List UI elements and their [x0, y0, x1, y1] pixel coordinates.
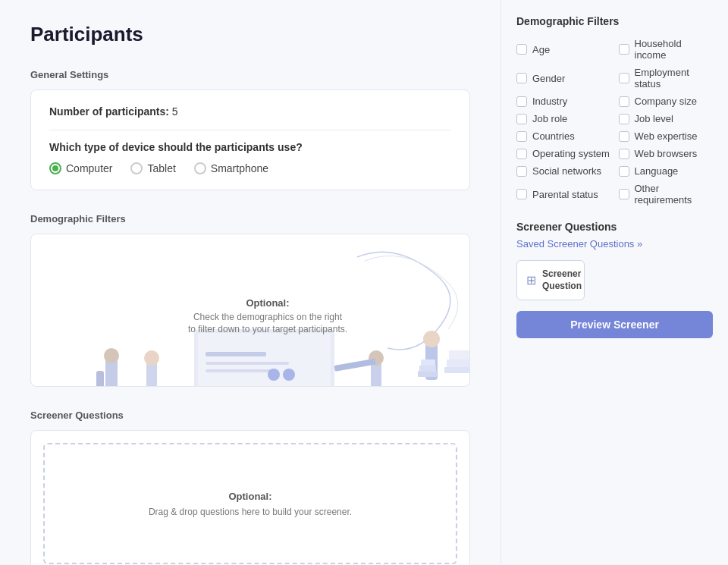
filter-item-parental-status[interactable]: Parental status: [516, 183, 611, 206]
checkbox-web-browsers[interactable]: [619, 149, 629, 159]
checkbox-operating-system[interactable]: [516, 149, 527, 159]
filter-label: Web browsers: [635, 148, 698, 159]
radio-tablet[interactable]: Tablet: [130, 162, 175, 174]
filter-item-job-level[interactable]: Job level: [619, 113, 714, 124]
checkbox-household-income[interactable]: [619, 44, 629, 55]
svg-rect-19: [418, 371, 437, 377]
filter-label: Job level: [635, 113, 673, 124]
filter-item-gender[interactable]: Gender: [516, 67, 611, 89]
svg-rect-24: [449, 350, 470, 359]
filter-item-countries[interactable]: Countries: [516, 130, 611, 142]
checkbox-language[interactable]: [619, 166, 629, 177]
preview-screener-button[interactable]: Preview Screener: [516, 311, 713, 338]
filter-item-company-size[interactable]: Company size: [619, 96, 714, 107]
filter-label: Social networks: [532, 165, 601, 177]
checkbox-web-expertise[interactable]: [619, 131, 629, 142]
filter-label: Employment status: [635, 67, 714, 89]
checkbox-other-requirements[interactable]: [619, 189, 629, 199]
checkbox-social-networks[interactable]: [516, 166, 527, 177]
filter-label: Other requirements: [635, 183, 714, 206]
filter-label: Gender: [532, 73, 565, 84]
filter-label: Industry: [532, 96, 567, 107]
filter-item-operating-system[interactable]: Operating system: [516, 148, 611, 159]
filter-item-job-role[interactable]: Job role: [516, 113, 611, 124]
svg-rect-23: [447, 359, 470, 367]
svg-text:to filter down to your target : to filter down to your target participan…: [188, 324, 347, 334]
chip-label: ScreenerQuestion: [542, 268, 582, 292]
radio-label-computer: Computer: [66, 162, 112, 174]
svg-point-2: [104, 348, 119, 363]
filter-item-web-browsers[interactable]: Web browsers: [619, 148, 714, 159]
svg-point-18: [423, 331, 440, 347]
svg-rect-20: [419, 366, 436, 372]
filter-item-language[interactable]: Language: [619, 165, 714, 177]
radio-circle-smartphone: [194, 162, 206, 174]
screener-drop-zone[interactable]: Optional: Drag & drop questions here to …: [43, 443, 457, 564]
svg-rect-8: [198, 333, 331, 386]
checkbox-age[interactable]: [516, 44, 527, 55]
filter-label: Operating system: [532, 148, 610, 159]
demographic-filters-card: Optional: Check the demographics on the …: [30, 234, 470, 387]
radio-circle-computer: [49, 162, 61, 174]
svg-point-12: [268, 369, 280, 381]
checkbox-countries[interactable]: [516, 131, 527, 142]
svg-text:Optional:: Optional:: [246, 297, 289, 309]
saved-questions-link[interactable]: Saved Screener Questions »: [516, 238, 642, 250]
filter-label: Language: [635, 165, 679, 177]
screener-questions-card: Optional: Drag & drop questions here to …: [30, 430, 470, 565]
sidebar-screener-title: Screener Questions: [516, 221, 713, 233]
checkbox-gender[interactable]: [516, 73, 527, 83]
screener-optional: Optional:: [149, 491, 352, 502]
filter-item-other-requirements[interactable]: Other requirements: [619, 183, 714, 206]
radio-smartphone[interactable]: Smartphone: [194, 162, 268, 174]
svg-point-13: [283, 369, 295, 381]
sidebar: Demographic Filters AgeHousehold incomeG…: [500, 0, 728, 565]
device-radio-group: Computer Tablet Smartphone: [49, 162, 451, 174]
filter-item-social-networks[interactable]: Social networks: [516, 165, 611, 177]
svg-rect-11: [206, 369, 274, 372]
filter-label: Web expertise: [635, 130, 698, 142]
participants-label: Number of participants:: [49, 105, 169, 118]
filter-label: Countries: [532, 130, 575, 142]
demographic-illustration: Optional: Check the demographics on the …: [31, 234, 469, 386]
participants-count: 5: [172, 105, 178, 118]
checkbox-company-size[interactable]: [619, 96, 629, 107]
radio-label-tablet: Tablet: [147, 162, 175, 174]
filter-item-age[interactable]: Age: [516, 38, 611, 61]
radio-label-smartphone: Smartphone: [211, 162, 268, 174]
checkbox-job-level[interactable]: [619, 114, 629, 124]
svg-rect-16: [334, 359, 377, 372]
filter-label: Company size: [635, 96, 697, 107]
general-settings-label: General Settings: [30, 69, 470, 80]
filter-item-employment-status[interactable]: Employment status: [619, 67, 714, 89]
svg-rect-10: [206, 362, 289, 365]
filter-grid: AgeHousehold incomeGenderEmployment stat…: [516, 38, 713, 206]
screener-desc: Drag & drop questions here to build your…: [149, 507, 352, 517]
screener-question-chip[interactable]: ⊞ ScreenerQuestion: [516, 260, 585, 300]
svg-rect-3: [96, 371, 104, 386]
svg-text:Check the demographics on the : Check the demographics on the right: [193, 312, 343, 322]
radio-computer[interactable]: Computer: [49, 162, 112, 174]
filter-label: Household income: [635, 38, 714, 61]
screener-drop-text: Optional: Drag & drop questions here to …: [149, 491, 352, 517]
checkbox-job-role[interactable]: [516, 114, 527, 124]
radio-circle-tablet: [130, 162, 143, 174]
page-title: Participants: [30, 23, 470, 46]
filter-label: Job role: [532, 113, 567, 124]
svg-rect-9: [206, 352, 266, 356]
svg-point-6: [144, 350, 159, 366]
svg-rect-21: [421, 359, 435, 366]
checkbox-parental-status[interactable]: [516, 189, 527, 199]
checkbox-industry[interactable]: [516, 96, 527, 107]
chip-icon: ⊞: [526, 273, 536, 287]
demographic-filters-label: Demographic Filters: [30, 213, 470, 224]
screener-questions-label: Screener Questions: [30, 410, 470, 421]
filter-label: Age: [532, 44, 550, 55]
checkbox-employment-status[interactable]: [619, 73, 629, 83]
filter-label: Parental status: [532, 189, 598, 200]
device-question: Which type of device should the particip…: [49, 141, 451, 153]
filter-item-industry[interactable]: Industry: [516, 96, 611, 107]
filter-item-web-expertise[interactable]: Web expertise: [619, 130, 714, 142]
filter-item-household-income[interactable]: Household income: [619, 38, 714, 61]
svg-rect-22: [444, 367, 470, 373]
